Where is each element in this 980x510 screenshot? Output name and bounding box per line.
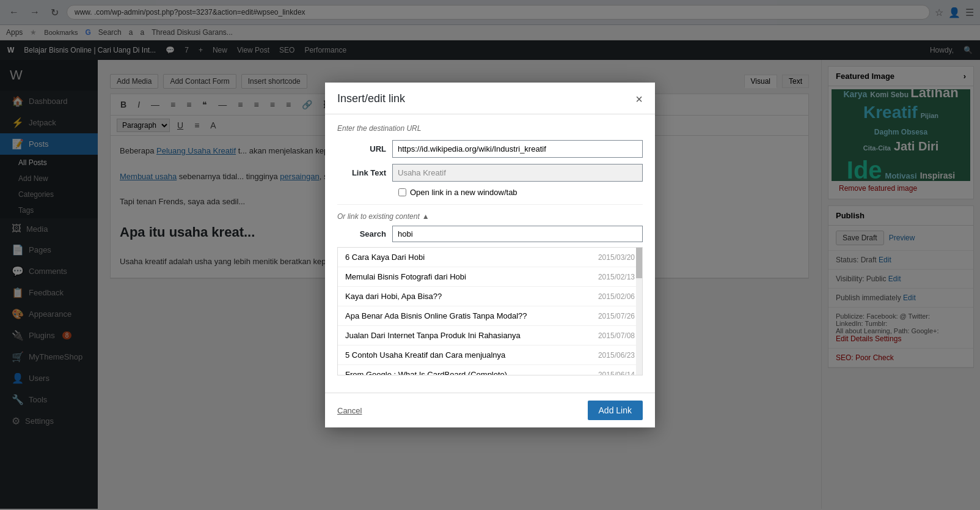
modal-overlay: Insert/edit link × Enter the destination… xyxy=(0,0,980,509)
search-label: Search xyxy=(337,229,392,238)
search-result-6[interactable]: From Google : What Is CardBoard (Complet… xyxy=(338,365,642,375)
url-label: URL xyxy=(337,144,392,153)
result-title-4: Jualan Dari Internet Tanpa Produk Ini Ra… xyxy=(345,331,521,340)
search-result-0[interactable]: 6 Cara Kaya Dari Hobi 2015/03/20 xyxy=(338,248,642,267)
existing-content-label: Or link to existing content xyxy=(337,212,420,221)
new-window-row: Open link in a new window/tab xyxy=(337,188,643,197)
result-date-1: 2015/02/13 xyxy=(598,273,635,281)
result-title-3: Apa Benar Ada Bisnis Online Gratis Tanpa… xyxy=(345,311,527,320)
search-input[interactable] xyxy=(392,226,643,242)
result-title-2: Kaya dari Hobi, Apa Bisa?? xyxy=(345,292,442,301)
modal-body: Enter the destination URL URL Link Text … xyxy=(325,114,655,393)
cancel-button[interactable]: Cancel xyxy=(337,406,362,415)
insert-edit-link-dialog: Insert/edit link × Enter the destination… xyxy=(325,83,655,427)
modal-close-button[interactable]: × xyxy=(635,93,643,105)
new-window-checkbox[interactable] xyxy=(398,188,406,196)
search-result-3[interactable]: Apa Benar Ada Bisnis Online Gratis Tanpa… xyxy=(338,306,642,326)
existing-content-header: Or link to existing content ▲ xyxy=(337,212,643,221)
expand-icon: ▲ xyxy=(422,212,430,221)
link-text-row: Link Text xyxy=(337,164,643,182)
result-title-5: 5 Contoh Usaha Kreatif dan Cara menjualn… xyxy=(345,350,505,360)
result-date-3: 2015/07/26 xyxy=(598,312,635,320)
search-result-5[interactable]: 5 Contoh Usaha Kreatif dan Cara menjualn… xyxy=(338,346,642,365)
search-row: Search xyxy=(337,226,643,242)
url-input[interactable] xyxy=(392,140,643,158)
search-result-2[interactable]: Kaya dari Hobi, Apa Bisa?? 2015/02/06 xyxy=(338,287,642,306)
result-title-1: Memulai Bisnis Fotografi dari Hobi xyxy=(345,272,466,281)
result-date-4: 2015/07/08 xyxy=(598,331,635,340)
result-date-0: 2015/03/20 xyxy=(598,253,635,262)
link-text-label: Link Text xyxy=(337,168,392,177)
modal-header: Insert/edit link × xyxy=(325,83,655,114)
scrollbar-track[interactable] xyxy=(636,248,642,375)
result-title-0: 6 Cara Kaya Dari Hobi xyxy=(345,253,425,262)
result-title-6: From Google : What Is CardBoard (Complet… xyxy=(345,370,507,375)
result-date-5: 2015/06/23 xyxy=(598,351,635,360)
modal-title: Insert/edit link xyxy=(337,92,405,105)
new-window-label: Open link in a new window/tab xyxy=(410,188,517,197)
modal-subtitle: Enter the destination URL xyxy=(337,124,643,133)
existing-content-section: Or link to existing content ▲ Search 6 C… xyxy=(337,204,643,375)
search-results: 6 Cara Kaya Dari Hobi 2015/03/20 Memulai… xyxy=(337,247,643,375)
search-result-1[interactable]: Memulai Bisnis Fotografi dari Hobi 2015/… xyxy=(338,267,642,287)
search-result-4[interactable]: Jualan Dari Internet Tanpa Produk Ini Ra… xyxy=(338,326,642,346)
result-date-6: 2015/06/14 xyxy=(598,371,635,376)
url-row: URL xyxy=(337,140,643,158)
scrollbar-thumb[interactable] xyxy=(636,248,642,278)
link-text-input[interactable] xyxy=(392,164,643,182)
modal-footer: Cancel Add Link xyxy=(325,393,655,427)
result-date-2: 2015/02/06 xyxy=(598,292,635,301)
add-link-button[interactable]: Add Link xyxy=(588,401,643,420)
